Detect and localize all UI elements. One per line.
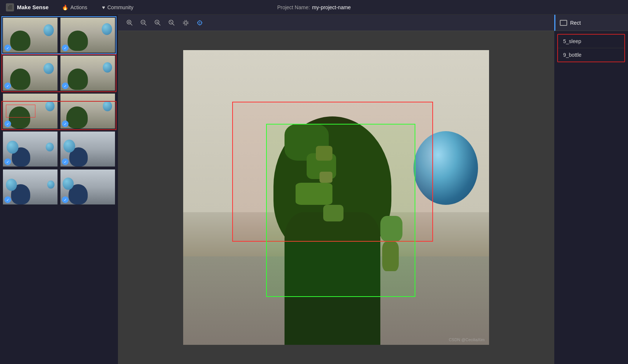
canvas-toolbar <box>118 15 554 31</box>
thumb-check-4-1: ✓ <box>62 196 69 203</box>
rect-tool-icon <box>560 20 567 26</box>
thumbnail-4-1[interactable]: ✓ <box>60 169 115 204</box>
label-item-sleep[interactable]: 5_sleep <box>558 35 624 48</box>
label-bottle-text: 9_bottle <box>563 52 582 58</box>
community-label: Community <box>107 4 133 10</box>
thumb-group-1: ✓ ✓ <box>3 56 115 91</box>
thumb-check-4-0: ✓ <box>4 196 11 203</box>
thumbnail-3-1[interactable]: ✓ <box>60 132 115 167</box>
thumb-check-3-0: ✓ <box>4 158 11 165</box>
main-canvas: CSDN @CeciliaXim <box>118 15 554 364</box>
label-item-bottle[interactable]: 9_bottle <box>558 48 624 62</box>
thumb-check-3-1: ✓ <box>62 158 69 165</box>
svg-line-11 <box>172 24 174 25</box>
thumbnail-2-1[interactable]: ✓ <box>60 94 115 129</box>
project-name: my-project-name <box>312 4 351 10</box>
thumb-group-2: ✓ ✓ <box>3 94 115 129</box>
thumb-check-1-1: ✓ <box>62 83 69 89</box>
project-info: Project Name: my-project-name <box>277 4 351 10</box>
zoom-reset-button[interactable] <box>166 17 178 29</box>
svg-line-8 <box>158 24 160 25</box>
actions-label: Actions <box>70 4 87 10</box>
pan-button[interactable] <box>180 17 192 29</box>
thumb-check-0-0: ✓ <box>4 45 11 51</box>
main-layout: ✓ ✓ ✓ <box>0 15 628 364</box>
zoom-fit-button[interactable] <box>152 17 164 29</box>
main-image: CSDN @CeciliaXim <box>183 50 489 345</box>
actions-icon: 🔥 <box>62 4 68 10</box>
thumbnail-0-0[interactable]: ✓ <box>3 18 57 53</box>
thumb-check-1-0: ✓ <box>4 83 11 89</box>
thumbnail-0-1[interactable]: ✓ <box>60 18 115 53</box>
zoom-out-button[interactable] <box>138 17 150 29</box>
thumb-group-4: ✓ ✓ <box>3 169 115 204</box>
right-toolbar: Rect <box>554 15 628 31</box>
project-label: Project Name: <box>277 4 310 10</box>
svg-rect-13 <box>185 22 187 24</box>
canvas-area: CSDN @CeciliaXim <box>118 31 554 364</box>
thumbnail-1-0[interactable]: ✓ <box>3 56 57 91</box>
tool-label: Rect <box>570 20 581 26</box>
svg-line-1 <box>130 24 132 25</box>
watermark: CSDN @CeciliaXim <box>449 337 485 342</box>
top-navigation: ⬛ Make Sense 🔥 Actions ♥ Community Proje… <box>0 0 628 15</box>
app-name: Make Sense <box>17 4 49 10</box>
thumbnail-panel: ✓ ✓ ✓ <box>0 15 118 364</box>
thumbnail-4-0[interactable]: ✓ <box>3 169 57 204</box>
community-icon: ♥ <box>102 4 105 10</box>
thumbnail-1-1[interactable]: ✓ <box>60 56 115 91</box>
svg-point-9 <box>157 22 158 23</box>
svg-line-12 <box>170 21 172 23</box>
thumb-group-3: ✓ ✓ <box>3 132 115 167</box>
svg-line-5 <box>144 24 146 25</box>
thumbnail-3-0[interactable]: ✓ <box>3 132 57 167</box>
thumb-check-0-1: ✓ <box>62 45 69 51</box>
thumbnail-2-0[interactable]: ✓ <box>3 94 57 129</box>
logo-icon: ⬛ <box>6 3 14 11</box>
right-panel: Rect 5_sleep 9_bottle <box>554 15 628 364</box>
thumb-check-2-1: ✓ <box>62 120 69 127</box>
app-logo[interactable]: ⬛ Make Sense <box>0 3 55 11</box>
zoom-in-button[interactable] <box>124 17 136 29</box>
svg-point-15 <box>199 22 200 23</box>
nav-community[interactable]: ♥ Community <box>95 0 141 14</box>
label-list: 5_sleep 9_bottle <box>557 34 625 62</box>
label-sleep-text: 5_sleep <box>563 38 581 44</box>
nav-actions[interactable]: 🔥 Actions <box>55 0 95 14</box>
thumb-group-0: ✓ ✓ <box>3 18 115 53</box>
thumb-check-2-0: ✓ <box>4 120 11 127</box>
crosshair-button[interactable] <box>194 17 206 29</box>
